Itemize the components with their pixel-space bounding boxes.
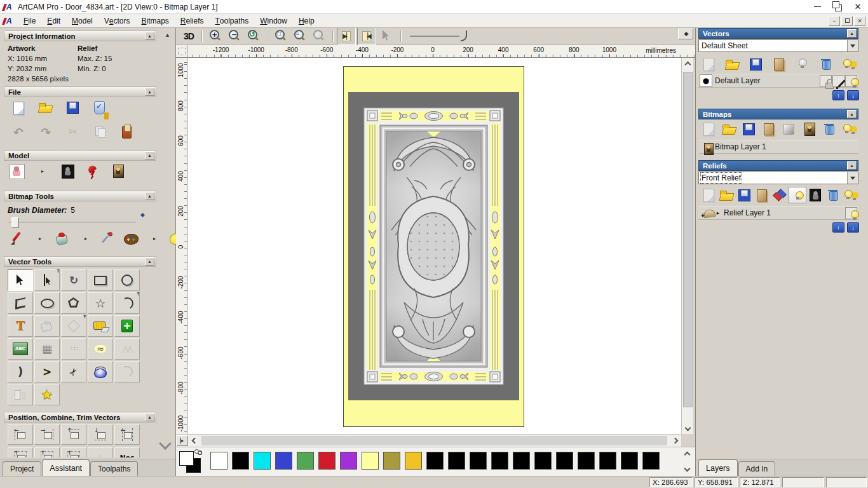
palette-swatch-3[interactable]	[275, 452, 292, 470]
undo-icon[interactable]: ↶	[9, 123, 28, 141]
palette-swatch-14[interactable]	[513, 452, 530, 470]
save-file-icon[interactable]	[64, 99, 83, 117]
tool-arc-fit[interactable]: )	[8, 361, 33, 383]
zoom-objects-icon[interactable]	[309, 27, 329, 45]
horizontal-scroll-thumb[interactable]	[201, 436, 667, 445]
open-file-icon[interactable]	[723, 56, 741, 72]
file-section-header[interactable]: File ▲	[4, 86, 156, 97]
dropdown-arrow-icon[interactable]	[847, 40, 858, 51]
bitmap-tools-header[interactable]: Bitmap Tools ▲	[4, 191, 156, 201]
palette-swatch-4[interactable]	[297, 452, 314, 470]
zoom-box-icon[interactable]: □	[271, 27, 290, 45]
trash-icon[interactable]	[824, 187, 842, 203]
caret-icon[interactable]: ▸	[145, 230, 164, 248]
vertical-scroll-thumb[interactable]	[683, 72, 693, 407]
palette-swatch-6[interactable]	[340, 452, 357, 470]
bulb-icon[interactable]	[845, 75, 857, 87]
merge-icon[interactable]	[753, 187, 771, 203]
new-gray-icon[interactable]	[700, 56, 717, 72]
canvas-2d-view[interactable]	[187, 58, 681, 434]
layer-color-chip[interactable]: ●	[700, 74, 712, 87]
tool-distort[interactable]: ▦	[34, 338, 60, 360]
new-gray-icon[interactable]	[700, 187, 717, 203]
relief-stack-icon[interactable]	[771, 187, 789, 203]
tool-block-copy[interactable]: ∷∷	[61, 338, 86, 360]
caret-icon[interactable]: ▸	[33, 163, 52, 180]
minimize-button[interactable]	[807, 0, 827, 13]
collapse-project-info-button[interactable]: ▲	[145, 32, 154, 40]
caret-icon[interactable]: ▸	[31, 230, 50, 248]
scroll-left-button[interactable]	[189, 435, 201, 447]
tool-circle[interactable]	[114, 269, 140, 291]
tool-weld[interactable]	[88, 361, 113, 383]
save-file-icon[interactable]	[747, 56, 764, 72]
mdi-close-button[interactable]: ✕	[854, 16, 865, 26]
palette-scroll-down-button[interactable]	[681, 463, 693, 474]
lamp-icon[interactable]	[84, 163, 103, 180]
vectors-section-header[interactable]: Vectors ▲	[698, 28, 858, 39]
zoom-in-icon[interactable]: +	[206, 27, 225, 45]
bitmaps-section-header[interactable]: Bitmaps ▲	[698, 109, 858, 119]
snap-2-icon[interactable]: ▕◀	[357, 27, 376, 45]
assistant-tab-assistant[interactable]: Assistant	[42, 459, 90, 476]
vector-tools-header[interactable]: Vector Tools ▲	[4, 256, 156, 267]
cut-icon[interactable]: ✂	[64, 123, 83, 141]
monalisa-icon[interactable]	[109, 163, 128, 180]
ruler-corner-icon[interactable]	[176, 45, 187, 58]
tool-offset[interactable]	[61, 315, 86, 337]
open-file-icon[interactable]	[720, 121, 738, 137]
palette-swatch-9[interactable]	[405, 452, 422, 470]
tool-node-poly[interactable]: ≈	[88, 338, 113, 360]
menu-model[interactable]: Model	[66, 14, 98, 27]
merge-icon[interactable]	[760, 121, 778, 137]
pan-mode-button[interactable]: ▸	[177, 435, 188, 446]
palette-swatch-16[interactable]	[556, 452, 573, 470]
paste-icon[interactable]	[91, 123, 110, 141]
collapse-file-button[interactable]: ▲	[145, 88, 154, 96]
palette-swatch-15[interactable]	[534, 452, 552, 470]
tool-select[interactable]	[8, 269, 33, 291]
palette-swatch-12[interactable]	[470, 452, 487, 470]
dropper-icon[interactable]	[99, 230, 118, 248]
layers-tab-add-in[interactable]: Add In	[738, 461, 776, 476]
tool-align-left[interactable]: ←	[8, 424, 33, 445]
palette-swatch-0[interactable]	[210, 452, 227, 470]
scroll-right-button[interactable]	[669, 435, 681, 447]
open-file-icon[interactable]	[717, 187, 735, 203]
mdi-minimize-button[interactable]: −	[829, 16, 840, 26]
tool-trim[interactable]: ✂	[61, 361, 86, 383]
menu-help[interactable]: Help	[293, 14, 320, 27]
tool-align-hcenter[interactable]: ↔	[114, 424, 140, 445]
palette-scroll-up-button[interactable]	[681, 449, 693, 460]
layer-move-down-button[interactable]: ↓	[847, 90, 859, 100]
tool-rectangle[interactable]	[88, 269, 113, 291]
relief-move-down-button[interactable]: ↓	[847, 222, 859, 233]
monalisa-icon[interactable]	[801, 121, 818, 137]
palette-swatch-7[interactable]	[362, 452, 379, 470]
model-check-icon[interactable]	[91, 99, 110, 117]
palette-swatch-8[interactable]	[383, 452, 400, 470]
collapse-model-button[interactable]: ▲	[145, 151, 154, 159]
menu-reliefs[interactable]: Reliefs	[175, 14, 210, 27]
tool-star-yellow[interactable]: ★	[34, 384, 60, 405]
bear-invert-icon[interactable]	[806, 187, 824, 203]
tool-vector-paste[interactable]	[34, 315, 60, 337]
tool-chevron[interactable]: >	[34, 361, 60, 383]
menu-window[interactable]: Window	[254, 14, 293, 27]
palette-swatch-17[interactable]	[578, 452, 595, 470]
menu-toolpaths[interactable]: Toolpaths	[210, 14, 255, 27]
tool-star[interactable]: ☆	[88, 292, 113, 314]
bulbs-icon[interactable]	[842, 187, 860, 203]
tool-align-top[interactable]: ↑	[61, 424, 86, 445]
magicfill-icon[interactable]	[168, 230, 176, 248]
palette-swatch-20[interactable]	[642, 452, 660, 470]
layer-move-up-button[interactable]: ↑	[832, 90, 844, 100]
pen-snap-icon[interactable]	[832, 75, 844, 87]
lock-icon[interactable]	[820, 75, 832, 87]
tool-polyline[interactable]	[8, 292, 33, 314]
scroll-down-button[interactable]	[682, 421, 694, 434]
3d-view-button[interactable]: 3D	[180, 31, 198, 41]
panel-scroll-up-button[interactable]: ▲	[165, 32, 170, 38]
tool-measure[interactable]	[88, 315, 113, 337]
relief-layer-row[interactable]: ▸ Relief Layer 1	[698, 206, 858, 220]
